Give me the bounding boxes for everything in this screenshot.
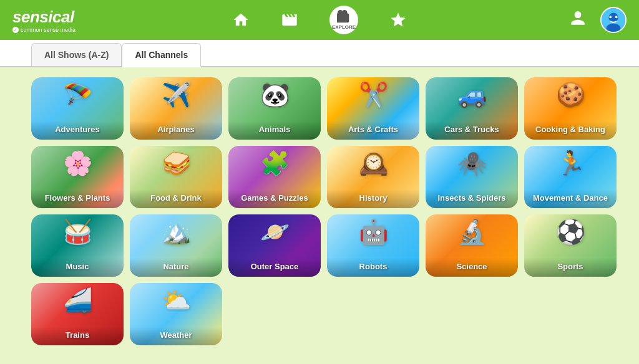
- header: sensical ✓ common sense media EXPLORE: [0, 0, 639, 40]
- channel-card-games-puzzles[interactable]: 🧩 Games & Puzzles: [228, 146, 321, 208]
- logo-sub: ✓ common sense media: [12, 27, 76, 33]
- channel-card-movement-dance[interactable]: 🏃 Movement & Dance: [524, 146, 617, 208]
- card-label-food-drink: Food & Drink: [130, 189, 222, 208]
- channel-card-airplanes[interactable]: ✈️ Airplanes: [130, 77, 222, 140]
- card-icon-arts-crafts: ✂️: [359, 81, 388, 108]
- explore-label: EXPLORE: [332, 24, 356, 30]
- channel-card-arts-crafts[interactable]: ✂️ Arts & Crafts: [327, 77, 419, 140]
- channel-card-nature[interactable]: 🏔️ Nature: [130, 214, 222, 277]
- card-icon-airplanes: ✈️: [162, 81, 191, 108]
- card-label-cooking-baking: Cooking & Baking: [524, 121, 617, 140]
- channel-card-sports[interactable]: ⚽ Sports: [524, 214, 617, 277]
- card-label-animals: Animals: [228, 121, 321, 140]
- channel-card-outer-space[interactable]: 🪐 Outer Space: [228, 214, 321, 277]
- nav-favorites[interactable]: [389, 11, 407, 29]
- card-label-adventures: Adventures: [31, 121, 124, 140]
- channel-card-robots[interactable]: 🤖 Robots: [327, 214, 419, 277]
- card-icon-flowers-plants: 🌸: [63, 150, 92, 177]
- parent-icon[interactable]: [568, 8, 588, 32]
- channel-card-history[interactable]: 🕰️ History: [327, 146, 419, 208]
- channel-card-music[interactable]: 🥁 Music: [31, 214, 124, 277]
- right-icons: [568, 7, 627, 33]
- nav-shows[interactable]: [281, 11, 298, 29]
- channel-card-cars-trucks[interactable]: 🚙 Cars & Trucks: [426, 77, 518, 140]
- card-label-movement-dance: Movement & Dance: [524, 189, 617, 208]
- card-label-flowers-plants: Flowers & Plants: [31, 189, 124, 208]
- logo-sub-text: common sense media: [21, 27, 76, 33]
- channel-card-adventures[interactable]: 🪂 Adventures: [31, 77, 124, 140]
- channel-card-weather[interactable]: ⛅ Weather: [130, 283, 222, 345]
- channel-card-science[interactable]: 🔬 Science: [426, 214, 518, 277]
- channels-grid: 🪂 Adventures ✈️ Airplanes 🐼 Animals ✂️ A…: [0, 67, 639, 355]
- nav-home[interactable]: [232, 11, 250, 29]
- card-icon-games-puzzles: 🧩: [260, 150, 290, 177]
- nav-explore[interactable]: EXPLORE: [329, 6, 358, 34]
- card-icon-science: 🔬: [457, 218, 487, 246]
- card-icon-weather: ⛅: [162, 287, 191, 314]
- card-icon-history: 🕰️: [359, 150, 388, 177]
- logo-area: sensical ✓ common sense media: [12, 7, 76, 33]
- card-icon-adventures: 🪂: [63, 81, 92, 108]
- checkmark-icon: ✓: [12, 27, 19, 33]
- tab-all-channels[interactable]: All Channels: [122, 43, 201, 67]
- channel-card-insects-spiders[interactable]: 🕷️ Insects & Spiders: [426, 146, 518, 208]
- card-label-outer-space: Outer Space: [228, 258, 321, 277]
- channel-card-flowers-plants[interactable]: 🌸 Flowers & Plants: [31, 146, 124, 208]
- card-icon-food-drink: 🥪: [162, 150, 191, 177]
- card-label-airplanes: Airplanes: [130, 121, 222, 140]
- card-icon-nature: 🏔️: [162, 218, 191, 246]
- card-icon-cooking-baking: 🍪: [556, 81, 585, 108]
- card-icon-insects-spiders: 🕷️: [457, 150, 487, 177]
- card-label-science: Science: [426, 258, 518, 277]
- card-label-sports: Sports: [524, 258, 617, 277]
- channel-card-animals[interactable]: 🐼 Animals: [228, 77, 321, 140]
- nav-icons: EXPLORE: [232, 6, 407, 34]
- channel-card-food-drink[interactable]: 🥪 Food & Drink: [130, 146, 222, 208]
- card-label-trains: Trains: [31, 327, 124, 345]
- card-icon-music: 🥁: [63, 218, 92, 246]
- card-label-weather: Weather: [130, 327, 222, 345]
- svg-point-4: [615, 16, 618, 18]
- svg-point-3: [609, 16, 612, 18]
- channel-card-trains[interactable]: 🚄 Trains: [31, 283, 124, 345]
- card-icon-outer-space: 🪐: [260, 218, 290, 246]
- card-label-history: History: [327, 189, 419, 208]
- logo-text[interactable]: sensical: [12, 7, 76, 27]
- card-label-arts-crafts: Arts & Crafts: [327, 121, 419, 140]
- channel-card-cooking-baking[interactable]: 🍪 Cooking & Baking: [524, 77, 617, 140]
- card-icon-cars-trucks: 🚙: [457, 81, 487, 108]
- card-label-robots: Robots: [327, 258, 419, 277]
- card-icon-movement-dance: 🏃: [556, 150, 585, 177]
- card-icon-robots: 🤖: [359, 218, 388, 246]
- card-label-insects-spiders: Insects & Spiders: [426, 189, 518, 208]
- card-icon-sports: ⚽: [556, 218, 585, 246]
- card-label-nature: Nature: [130, 258, 222, 277]
- card-label-music: Music: [31, 258, 124, 277]
- tab-bar: All Shows (A-Z) All Channels: [0, 40, 639, 67]
- card-icon-animals: 🐼: [260, 81, 290, 108]
- user-avatar[interactable]: [600, 7, 627, 33]
- tab-all-shows[interactable]: All Shows (A-Z): [31, 43, 122, 66]
- card-icon-trains: 🚄: [63, 287, 92, 314]
- card-label-cars-trucks: Cars & Trucks: [426, 121, 518, 140]
- card-label-games-puzzles: Games & Puzzles: [228, 189, 321, 208]
